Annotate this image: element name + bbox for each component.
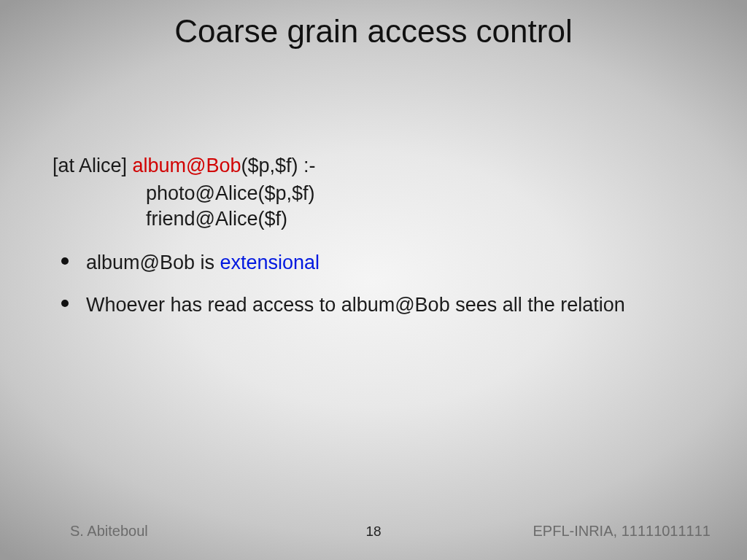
rule-body-1: photo@Alice($p,$f)	[53, 181, 703, 207]
content-area: [at Alice] album@Bob($p,$f) :- photo@Ali…	[53, 153, 703, 334]
rule-head: [at Alice] album@Bob($p,$f) :-	[53, 153, 703, 179]
list-item: album@Bob is extensional	[53, 250, 703, 276]
list-item: Whoever has read access to album@Bob see…	[53, 292, 703, 319]
bullet-list: album@Bob is extensional Whoever has rea…	[53, 250, 703, 318]
bullet-text-pre: album@Bob is	[86, 252, 220, 273]
bullet-text-highlight: extensional	[220, 252, 320, 273]
footer-affiliation: EPFL-INRIA, 11111011111	[533, 523, 711, 540]
bullet-text-pre: Whoever has read access to album@Bob see…	[86, 294, 625, 316]
rule-prefix: [at Alice]	[53, 155, 133, 176]
rule-body-2: friend@Alice($f)	[53, 206, 703, 233]
slide-title: Coarse grain access control	[0, 13, 747, 50]
slide: Coarse grain access control [at Alice] a…	[0, 0, 747, 560]
rule-head-args: ($p,$f) :-	[241, 155, 316, 176]
rule-predicate: album@Bob	[133, 155, 241, 176]
